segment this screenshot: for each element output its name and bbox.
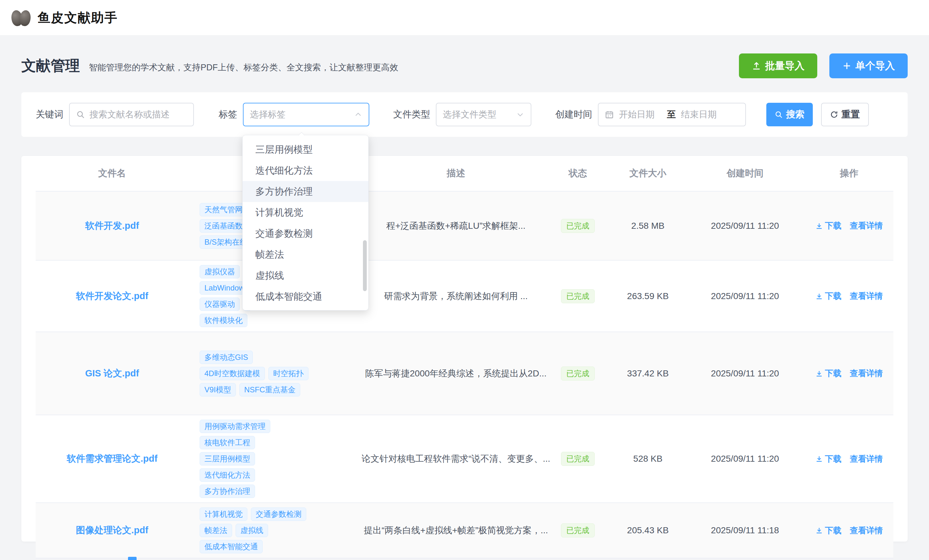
dropdown-option[interactable]: 迭代细化方法 <box>242 160 368 181</box>
search-icon <box>774 110 783 119</box>
tag-chip: NSFC重点基金 <box>239 383 300 396</box>
status-badge: 已完成 <box>561 289 595 303</box>
created-time: 2025/09/11 11:20 <box>685 332 805 415</box>
file-description: 程+泛函基函数+稀疏LU”求解框架... <box>386 220 525 232</box>
dropdown-option[interactable]: 交通参数检测 <box>242 223 368 244</box>
header-filesize: 文件大小 <box>611 156 685 191</box>
dropdown-arrow <box>298 132 305 138</box>
tag-chip: 软件模块化 <box>199 314 247 327</box>
header-description: 描述 <box>367 156 545 191</box>
file-description: 论文针对核电工程软件需求“说不清、变更多、... <box>362 453 550 465</box>
file-type-label: 文件类型 <box>393 108 430 121</box>
tag-chip: 三层用例模型 <box>199 452 255 465</box>
dropdown-option[interactable]: 三层用例模型 <box>242 139 368 160</box>
tag-chip: 低成本智能交通 <box>199 540 263 553</box>
date-range-input: 至 <box>598 103 746 126</box>
pagination: 共 5 条 10条/页 ‹ 1 › 前往 页 <box>36 558 893 560</box>
download-link[interactable]: 下载 <box>816 368 842 379</box>
date-to-label: 至 <box>667 109 676 121</box>
file-size: 337.42 KB <box>611 332 685 415</box>
tag-chip: 虚拟线 <box>236 524 268 537</box>
created-time-label: 创建时间 <box>555 108 592 121</box>
created-time: 2025/09/11 11:20 <box>685 415 805 502</box>
keyword-label: 关键词 <box>36 108 63 121</box>
batch-import-button[interactable]: 批量导入 <box>739 54 817 78</box>
dropdown-option[interactable]: 低成本智能交通 <box>242 286 368 307</box>
file-description: 陈军与蒋捷2000年经典综述，系统提出从2D... <box>365 367 546 379</box>
tag-dropdown: 三层用例模型 迭代细化方法 多方协作治理 计算机视觉 交通参数检测 帧差法 虚拟… <box>242 135 369 311</box>
dropdown-option[interactable]: 帧差法 <box>242 244 368 265</box>
single-import-button[interactable]: 单个导入 <box>829 54 908 78</box>
filter-bar: 关键词 标签 选择标签 三层用例模型 迭代细化方法 多方协作治理 计算机视觉 交… <box>21 92 908 137</box>
tag-chip: 泛函基函数 <box>199 219 247 233</box>
file-description: 提出“两条白线+虚拟线+帧差”极简视觉方案，... <box>364 524 548 537</box>
plus-icon <box>842 61 852 70</box>
file-name-link[interactable]: 软件需求管理论文.pdf <box>66 453 157 465</box>
view-detail-link[interactable]: 查看详情 <box>850 525 883 536</box>
table-header-row: 文件名 描述 状态 文件大小 创建时间 操作 <box>36 156 893 191</box>
tag-select[interactable]: 选择标签 <box>243 103 369 126</box>
table-row: 软件开发.pdf 天然气管网仿 泛函基函数 B/S架构在线 程+泛函基函数+稀疏… <box>36 191 893 260</box>
app-title: 鱼皮文献助手 <box>38 9 118 26</box>
status-badge: 已完成 <box>561 523 595 537</box>
file-name-link[interactable]: 软件开发.pdf <box>85 220 139 232</box>
created-time: 2025/09/11 11:18 <box>685 503 805 558</box>
page-head: 文献管理 智能管理您的学术文献，支持PDF上传、标签分类、全文搜索，让文献整理更… <box>21 54 908 78</box>
file-description: 研需求为背景，系统阐述如何利用 ... <box>384 290 527 302</box>
download-link[interactable]: 下载 <box>816 291 842 301</box>
view-detail-link[interactable]: 查看详情 <box>850 368 883 379</box>
view-detail-link[interactable]: 查看详情 <box>850 453 883 465</box>
created-time: 2025/09/11 11:20 <box>685 260 805 332</box>
partially-visible-element <box>128 557 136 560</box>
file-type-select[interactable]: 选择文件类型 <box>436 103 531 126</box>
tag-filter-label: 标签 <box>219 108 237 121</box>
tag-chip: 仪器驱动 <box>199 297 240 311</box>
status-badge: 已完成 <box>561 219 595 233</box>
download-icon <box>816 526 823 534</box>
header-created: 创建时间 <box>685 156 805 191</box>
file-size: 263.59 KB <box>611 260 685 332</box>
header-filename: 文件名 <box>36 156 189 191</box>
created-time: 2025/09/11 11:20 <box>685 191 805 260</box>
refresh-icon <box>830 110 838 119</box>
app-logo <box>11 9 31 27</box>
file-size: 2.58 MB <box>611 191 685 260</box>
view-detail-link[interactable]: 查看详情 <box>850 291 883 301</box>
dropdown-option-highlighted[interactable]: 多方协作治理 <box>242 181 368 202</box>
table-row: 图像处理论文.pdf 计算机视觉交通参数检测 帧差法虚拟线 低成本智能交通 提出… <box>36 503 893 558</box>
status-badge: 已完成 <box>561 452 595 466</box>
dropdown-option[interactable]: 计算机视觉 <box>242 202 368 223</box>
end-date-field[interactable] <box>681 109 724 119</box>
calendar-icon <box>605 110 614 119</box>
tag-chip: 4D时空数据建模 <box>199 367 265 380</box>
file-name-link[interactable]: 软件开发论文.pdf <box>76 290 148 303</box>
download-icon <box>816 370 823 377</box>
tag-chip: 帧差法 <box>199 524 232 537</box>
download-icon <box>816 455 823 463</box>
file-size: 205.43 KB <box>611 503 685 558</box>
tag-chip: 时空拓扑 <box>268 367 308 380</box>
tag-chip: 多方协作治理 <box>199 485 255 498</box>
tag-chip: 虚拟仪器 <box>199 265 240 278</box>
download-link[interactable]: 下载 <box>816 220 842 231</box>
download-icon <box>816 292 823 300</box>
status-badge: 已完成 <box>561 367 595 381</box>
tag-chip: V9I模型 <box>199 383 236 396</box>
tag-chip: 交通参数检测 <box>251 508 306 521</box>
tag-chip: 核电软件工程 <box>199 436 255 449</box>
download-link[interactable]: 下载 <box>816 525 842 536</box>
view-detail-link[interactable]: 查看详情 <box>850 220 883 231</box>
keyword-input[interactable] <box>89 109 187 119</box>
dropdown-option[interactable]: 虚拟线 <box>242 265 368 286</box>
search-icon <box>76 110 85 119</box>
reset-button[interactable]: 重置 <box>821 103 869 126</box>
file-name-link[interactable]: 图像处理论文.pdf <box>76 524 148 537</box>
dropdown-scrollbar[interactable] <box>363 240 367 291</box>
download-link[interactable]: 下载 <box>816 453 842 465</box>
search-button[interactable]: 搜索 <box>767 103 813 126</box>
file-size: 528 KB <box>611 415 685 502</box>
page-subtitle: 智能管理您的学术文献，支持PDF上传、标签分类、全文搜索，让文献整理更高效 <box>89 62 398 73</box>
start-date-field[interactable] <box>619 109 662 119</box>
tag-chip: 迭代细化方法 <box>199 468 255 482</box>
file-name-link[interactable]: GIS 论文.pdf <box>85 367 139 380</box>
